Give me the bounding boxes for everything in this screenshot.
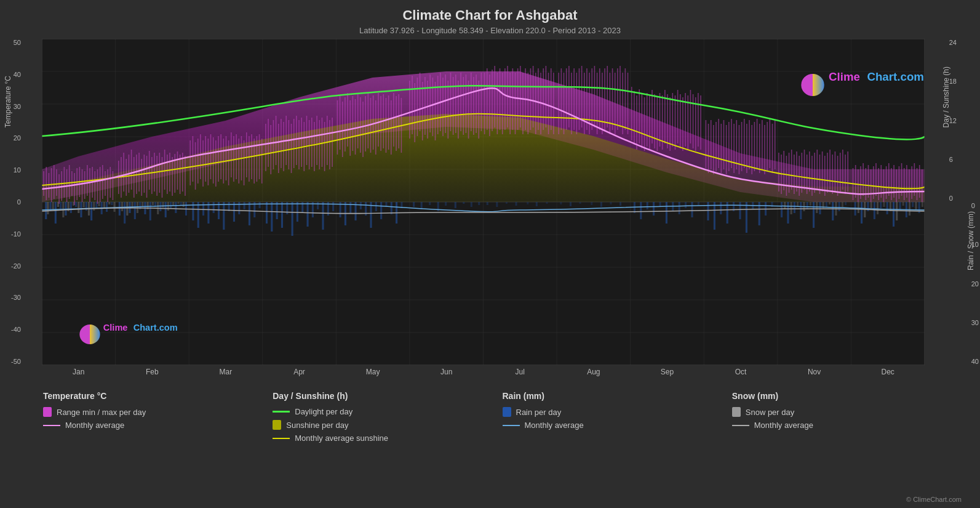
- svg-rect-30: [75, 202, 77, 207]
- svg-rect-81: [202, 202, 204, 216]
- svg-rect-134: [536, 202, 538, 206]
- svg-rect-172: [826, 202, 827, 207]
- month-dec: Dec: [851, 368, 925, 376]
- svg-rect-195: [912, 202, 914, 207]
- legend-item-sunshine-avg: Monthly average sunshine: [273, 433, 502, 443]
- legend-label-snow-avg: Monthly average: [754, 421, 813, 430]
- legend-item-snow-day: Snow per day: [732, 407, 962, 417]
- y-axis-left: 50 40 30 20 10 0 -10 -20 -30 -40 -50: [11, 39, 21, 365]
- legend-label-temp-range: Range min / max per day: [57, 408, 146, 417]
- svg-rect-55: [134, 202, 136, 219]
- sunshine-avg-line: [273, 438, 290, 439]
- svg-rect-169: [807, 202, 808, 209]
- month-jul: Jul: [483, 368, 557, 376]
- svg-rect-77: [177, 202, 179, 204]
- svg-rect-200: [877, 202, 878, 214]
- month-mar: Mar: [189, 368, 263, 376]
- svg-rect-45: [83, 202, 85, 208]
- svg-rect-201: [883, 202, 885, 207]
- svg-rect-199: [870, 202, 872, 208]
- legend-area: Temperature °C Range min / max per day M…: [0, 384, 980, 446]
- svg-rect-135: [546, 202, 548, 204]
- svg-rect-166: [787, 202, 789, 224]
- svg-rect-191: [886, 202, 888, 214]
- legend-label-daylight: Daylight per day: [295, 407, 353, 416]
- svg-text:Clime: Clime: [103, 323, 128, 333]
- svg-rect-165: [781, 202, 783, 217]
- legend-title-temperature: Temperature °C: [43, 391, 273, 401]
- month-oct: Oct: [704, 368, 778, 376]
- svg-rect-48: [98, 202, 100, 206]
- svg-rect-61: [165, 202, 167, 217]
- rain-swatch: [503, 407, 511, 417]
- sunshine-swatch: [273, 420, 281, 430]
- y-label-rain: Rain / Snow (mm): [966, 211, 975, 270]
- svg-rect-145: [647, 202, 648, 209]
- svg-rect-127: [471, 202, 472, 207]
- svg-rect-159: [739, 202, 741, 219]
- svg-rect-94: [271, 202, 273, 232]
- svg-rect-144: [640, 202, 642, 219]
- svg-rect-190: [880, 202, 882, 208]
- svg-rect-138: [579, 202, 581, 204]
- svg-rect-80: [197, 202, 199, 228]
- svg-rect-52: [119, 202, 121, 216]
- svg-rect-114: [375, 202, 377, 211]
- svg-rect-69: [137, 202, 138, 213]
- svg-rect-160: [746, 202, 747, 233]
- month-aug: Aug: [557, 368, 631, 376]
- chart-area: 50 40 30 20 10 0 -10 -20 -30 -40 -50 24 …: [42, 39, 925, 365]
- svg-rect-136: [560, 202, 562, 204]
- legend-label-rain-avg: Monthly average: [525, 421, 584, 430]
- svg-rect-173: [832, 202, 834, 220]
- legend-col-sunshine: Day / Sunshine (h) Daylight per day Suns…: [273, 391, 502, 443]
- svg-rect-38: [47, 202, 49, 214]
- month-sep: Sep: [631, 368, 704, 376]
- svg-rect-29: [70, 202, 72, 213]
- svg-rect-125: [455, 202, 456, 208]
- chart-subtitle: Latitude 37.926 - Longitude 58.349 - Ele…: [0, 26, 980, 35]
- svg-rect-93: [266, 202, 268, 224]
- svg-rect-202: [890, 202, 891, 211]
- svg-rect-76: [172, 202, 174, 206]
- svg-rect-170: [813, 202, 815, 228]
- svg-rect-131: [506, 202, 508, 204]
- svg-text:Clime: Clime: [829, 70, 860, 83]
- chart-title: Climate Chart for Ashgabat: [0, 0, 980, 23]
- svg-rect-111: [360, 202, 362, 209]
- svg-rect-53: [124, 202, 125, 224]
- svg-rect-89: [244, 202, 245, 209]
- svg-rect-137: [570, 202, 572, 206]
- svg-rect-207: [922, 202, 923, 207]
- svg-rect-185: [842, 202, 843, 207]
- x-axis-months: Jan Feb Mar Apr May Jun Jul Aug Sep Oct …: [42, 368, 925, 376]
- svg-rect-33: [90, 202, 92, 220]
- svg-rect-130: [496, 202, 498, 207]
- legend-label-temp-avg: Monthly average: [65, 421, 124, 430]
- legend-item-temp-range: Range min / max per day: [43, 407, 273, 417]
- svg-rect-67: [126, 202, 128, 216]
- svg-rect-104: [322, 202, 324, 230]
- legend-item-rain-avg: Monthly average: [503, 421, 732, 430]
- svg-rect-83: [213, 202, 215, 213]
- svg-point-543: [801, 74, 824, 96]
- svg-text:Chart.com: Chart.com: [867, 70, 924, 83]
- svg-rect-26: [55, 202, 57, 224]
- svg-rect-193: [899, 202, 901, 209]
- svg-rect-206: [915, 202, 917, 209]
- svg-rect-175: [845, 202, 847, 205]
- svg-rect-50: [108, 202, 110, 204]
- svg-rect-98: [292, 202, 293, 236]
- legend-col-temperature: Temperature °C Range min / max per day M…: [43, 391, 273, 443]
- svg-rect-141: [610, 202, 612, 204]
- svg-rect-133: [527, 202, 528, 204]
- svg-rect-44: [78, 202, 79, 213]
- svg-rect-189: [874, 202, 875, 219]
- svg-rect-205: [909, 202, 910, 216]
- chart-svg: Clime Chart.com Clime Chart.com: [42, 39, 925, 365]
- month-jan: Jan: [42, 368, 116, 376]
- legend-title-rain: Rain (mm): [503, 391, 732, 401]
- svg-rect-66: [121, 202, 123, 211]
- svg-point-546: [79, 325, 100, 344]
- legend-item-rain-day: Rain per day: [503, 407, 732, 417]
